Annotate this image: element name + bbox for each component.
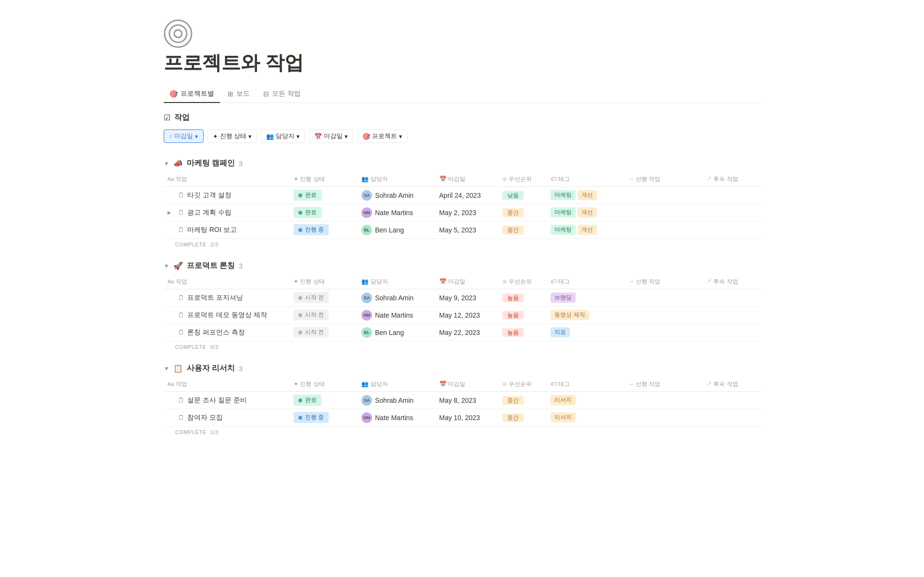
col-header-priority: ⊙ 우선순위: [499, 275, 547, 289]
priority-badge[interactable]: 중간: [502, 413, 524, 422]
priority-badge[interactable]: 중간: [502, 226, 524, 234]
tag-badge: 개선: [578, 225, 597, 235]
groups-container: ▼ 📣 마케팅 캠페인 3 Aa 작업 ✦ 진행 상태 👥 담당자 📅 마감일: [164, 153, 760, 439]
task-name-text[interactable]: 설문 조사 질문 준비: [187, 396, 247, 405]
status-dot: [298, 193, 302, 197]
group-user-research: ▼ 📋 사용자 리서치 3 Aa 작업 ✦ 진행 상태 👥 담당자 📅 마감일: [164, 358, 760, 439]
avatar-initials: NM: [363, 415, 370, 420]
col-header-followup: ↗ 후속 작업: [702, 275, 760, 289]
task-predecessor-cell: [625, 187, 702, 204]
task-assignee-cell: NM Nate Martins: [358, 409, 435, 426]
task-followup-cell: [702, 307, 760, 324]
tag-badge: 리서치: [551, 412, 576, 423]
status-badge[interactable]: 시작 전: [294, 309, 329, 321]
task-expand-btn[interactable]: ▶: [167, 210, 175, 215]
status-badge[interactable]: 진행 중: [294, 224, 329, 235]
assignee-name: Ben Lang: [375, 329, 404, 336]
priority-badge[interactable]: 낮음: [502, 191, 524, 200]
task-predecessor-cell: [625, 324, 702, 341]
task-name-text[interactable]: 참여자 모집: [187, 413, 223, 422]
task-priority-cell: 중간: [499, 204, 547, 221]
complete-label: COMPLETE: [175, 242, 206, 247]
avatar: NM: [361, 412, 372, 423]
assignee-name: Sohrab Amin: [375, 192, 413, 199]
table-row: ▶ 🗒 론칭 퍼포먼스 측정 시작 전 BL: [164, 324, 760, 341]
task-priority-cell: 높음: [499, 307, 547, 324]
filter-progress-icon: ✦: [213, 133, 218, 140]
avatar-initials: NM: [363, 313, 370, 318]
filter-assignee[interactable]: 👥 담당자 ▾: [261, 129, 305, 143]
task-page-icon: 🗒: [178, 226, 184, 233]
priority-badge[interactable]: 높음: [502, 328, 524, 337]
status-badge[interactable]: 완료: [294, 207, 321, 218]
group-emoji-user-research: 📋: [173, 364, 183, 373]
filters-bar: ↑ 마감일 ▾ ✦ 진행 상태 ▾ 👥 담당자 ▾ 📅 마감일 ▾ 🎯 프로젝트…: [164, 129, 760, 143]
tag-badge: 개선: [578, 190, 597, 200]
task-status-cell: 진행 중: [290, 221, 358, 239]
group-name-product-launch: 프로덕트 론칭: [187, 261, 235, 271]
task-priority-cell: 중간: [499, 409, 547, 426]
priority-badge[interactable]: 높음: [502, 294, 524, 302]
col-header-due: 📅 마감일: [436, 172, 499, 187]
task-followup-cell: [702, 289, 760, 307]
col-header-tags: 🏷 태그: [547, 172, 624, 187]
task-name-text[interactable]: 프로덕트 포지셔닝: [187, 294, 243, 302]
group-chevron-marketing-campaign[interactable]: ▼: [164, 160, 169, 167]
filter-due-date-icon: ↑: [169, 133, 172, 140]
filter-project[interactable]: 🎯 프로젝트 ▾: [357, 129, 408, 143]
group-chevron-user-research[interactable]: ▼: [164, 365, 169, 372]
priority-badge[interactable]: 중간: [502, 396, 524, 405]
due-date: May 12, 2023: [439, 311, 480, 319]
task-followup-cell: [702, 324, 760, 341]
tasks-table-marketing-campaign: Aa 작업 ✦ 진행 상태 👥 담당자 📅 마감일 ⊙ 우선순위 🏷 태그: [164, 172, 760, 239]
tab-project-by-label: 프로젝트별: [180, 90, 214, 98]
filter-progress[interactable]: ✦ 진행 상태 ▾: [207, 129, 257, 143]
status-badge[interactable]: 완료: [294, 190, 321, 201]
col-header-status: ✦ 진행 상태: [290, 377, 358, 392]
tab-board[interactable]: ⊞ 보드: [222, 86, 256, 103]
status-dot: [298, 228, 302, 232]
task-assignee-cell: SA Sohrab Amin: [358, 392, 435, 409]
status-dot: [298, 296, 302, 300]
avatar-initials: BL: [364, 228, 370, 232]
task-name-text[interactable]: 타깃 고객 설정: [187, 191, 231, 200]
filter-due2-icon: 📅: [314, 133, 322, 140]
tag-badge: 마케팅: [551, 190, 576, 200]
filter-due2[interactable]: 📅 마감일 ▾: [309, 129, 353, 143]
task-followup-cell: [702, 221, 760, 239]
filter-due-date[interactable]: ↑ 마감일 ▾: [164, 129, 204, 143]
task-name-text[interactable]: 광고 계획 수립: [187, 208, 231, 217]
table-row: ▶ 🗒 타깃 고객 설정 완료 SA: [164, 187, 760, 204]
group-product-launch: ▼ 🚀 프로덕트 론칭 3 Aa 작업 ✦ 진행 상태 👥 담당자 📅 마감일: [164, 255, 760, 354]
task-followup-cell: [702, 204, 760, 221]
status-badge[interactable]: 진행 중: [294, 412, 329, 423]
tabs-bar: 🎯 프로젝트별 ⊞ 보드 ⊟ 모든 작업: [164, 86, 760, 103]
priority-badge[interactable]: 중간: [502, 208, 524, 217]
assignee-name: Ben Lang: [375, 226, 404, 234]
status-badge[interactable]: 시작 전: [294, 327, 329, 338]
status-badge[interactable]: 시작 전: [294, 292, 329, 303]
tab-all-tasks[interactable]: ⊟ 모든 작업: [257, 86, 307, 103]
task-name-text[interactable]: 프로덕트 데모 동영상 제작: [187, 311, 267, 320]
filter-progress-chevron: ▾: [248, 133, 252, 140]
section-checkbox-icon: ☑: [164, 113, 170, 122]
task-tags-cell: 마케팅개선: [547, 187, 624, 204]
task-name-text[interactable]: 론칭 퍼포먼스 측정: [187, 328, 245, 337]
tab-all-tasks-icon: ⊟: [263, 90, 269, 98]
filter-due2-label: 마감일: [324, 132, 343, 141]
priority-badge[interactable]: 높음: [502, 311, 524, 320]
task-tags-cell: 마케팅개선: [547, 221, 624, 239]
tab-project-by[interactable]: 🎯 프로젝트별: [164, 86, 220, 103]
tag-badge: 리서치: [551, 395, 576, 405]
task-priority-cell: 중간: [499, 221, 547, 239]
status-dot: [298, 331, 302, 334]
avatar-initials: SA: [364, 398, 370, 403]
assignee-name: Nate Martins: [375, 414, 413, 422]
status-badge[interactable]: 완료: [294, 395, 321, 406]
col-header-status: ✦ 진행 상태: [290, 275, 358, 289]
group-chevron-product-launch[interactable]: ▼: [164, 263, 169, 269]
complete-label: COMPLETE: [175, 429, 206, 435]
avatar: BL: [361, 327, 372, 338]
task-name-text[interactable]: 마케팅 ROI 보고: [187, 226, 237, 234]
task-tags-cell: 리서치: [547, 409, 624, 426]
